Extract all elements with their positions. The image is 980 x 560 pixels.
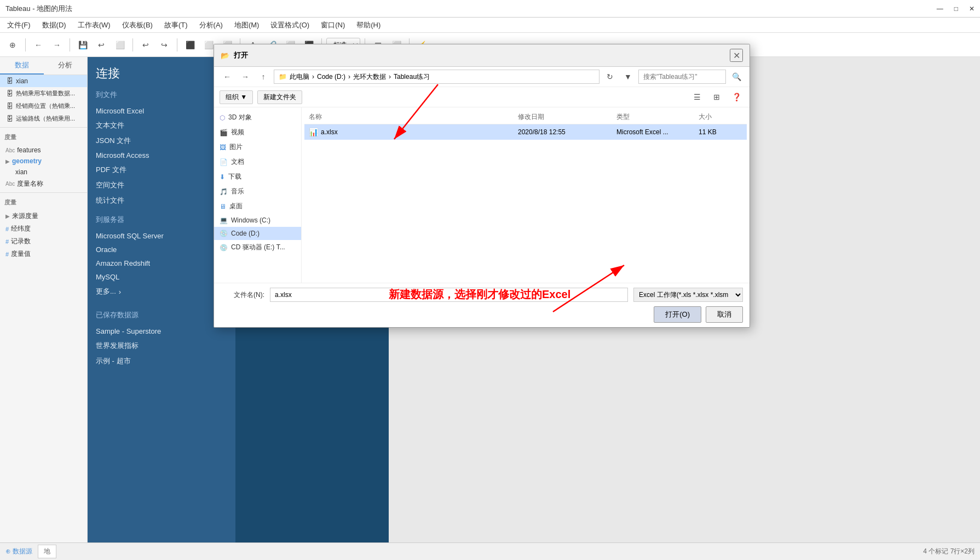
dialog-path-bar[interactable]: 📁 此电脑 › Code (D:) › 光环大数据 › Tableau练习 <box>274 70 599 84</box>
dialog-organize-btn[interactable]: 组织 ▼ <box>220 90 253 104</box>
saved-world[interactable]: 世界发展指标 <box>96 338 227 353</box>
menu-map[interactable]: 地图(M) <box>230 19 264 32</box>
toolbar-redo-btn[interactable]: ↪ <box>156 37 172 53</box>
file-row-axlsx[interactable]: 📊 a.xlsx 2020/8/18 12:55 Microsoft Excel… <box>304 124 747 140</box>
dialog-help-btn[interactable]: ❓ <box>729 90 744 104</box>
toolbar-btn3[interactable]: ⬜ <box>112 37 128 53</box>
dim-measure-name[interactable]: Abc 度量名称 <box>0 178 87 190</box>
sidebar-images[interactable]: 🖼 图片 <box>214 140 301 155</box>
menu-analysis[interactable]: 分析(A) <box>195 19 227 32</box>
menu-story[interactable]: 故事(T) <box>160 19 192 32</box>
dialog-icon: 📂 <box>221 52 229 60</box>
saved-superstore[interactable]: Sample - Superstore <box>96 324 227 338</box>
connect-more[interactable]: 更多... › <box>96 284 227 299</box>
connect-redshift[interactable]: Amazon Redshift <box>96 256 227 270</box>
datasource-item-3[interactable]: 🗄 运输路线（热销乘用... <box>0 112 87 125</box>
menu-file[interactable]: 文件(F) <box>3 19 35 32</box>
sidebar-downloads[interactable]: ⬇ 下载 <box>214 169 301 184</box>
dialog-cancel-btn[interactable]: 取消 <box>706 306 743 323</box>
toolbar-refresh-btn[interactable]: ↩ <box>93 37 109 53</box>
expand-icon-geometry: ▶ <box>5 158 10 164</box>
menu-worksheet[interactable]: 工作表(W) <box>73 19 115 32</box>
dialog-titlebar: 📂 打开 ✕ <box>214 44 750 67</box>
maximize-btn[interactable]: □ <box>954 5 958 13</box>
menu-dashboard[interactable]: 仪表板(B) <box>118 19 157 32</box>
dialog-up-btn[interactable]: ↑ <box>256 70 271 84</box>
dim-features[interactable]: Abc features <box>0 145 87 156</box>
measure-source[interactable]: ▶ 来源度量 <box>0 210 87 222</box>
add-datasource-btn[interactable]: ⊕ 数据源 <box>5 547 32 556</box>
dialog-view-list-btn[interactable]: ☰ <box>689 90 705 104</box>
dialog-footer: 文件名(N): Excel 工作簿(*.xls *.xlsx *.xlsm 打开… <box>214 283 750 327</box>
connect-json[interactable]: JSON 文件 <box>96 133 227 148</box>
filename-label: 文件名(N): <box>221 290 264 300</box>
saved-supermarket[interactable]: 示例 - 超市 <box>96 353 227 369</box>
dialog-newfolder-btn[interactable]: 新建文件夹 <box>257 90 302 104</box>
toolbar-btn5[interactable]: ⬛ <box>182 37 198 53</box>
filename-row: 文件名(N): Excel 工作簿(*.xls *.xlsx *.xlsm <box>221 288 743 302</box>
close-btn[interactable]: ✕ <box>969 5 975 13</box>
sidebar-documents[interactable]: 📄 文档 <box>214 155 301 169</box>
toolbar-new-btn[interactable]: ⊕ <box>4 37 21 53</box>
filename-input[interactable] <box>270 288 628 302</box>
window-controls[interactable]: — □ ✕ <box>937 5 975 13</box>
connect-text[interactable]: 文本文件 <box>96 118 227 133</box>
path-part-2: Code (D:) <box>317 73 345 81</box>
dialog-forward-btn[interactable]: → <box>238 70 253 84</box>
toolbar-forward-btn[interactable]: → <box>49 37 65 53</box>
tab-analysis[interactable]: 分析 <box>44 57 88 75</box>
divider-2 <box>0 192 87 193</box>
toolbar-undo-btn[interactable]: ↩ <box>137 37 154 53</box>
expand-icon-source: ▶ <box>5 213 10 219</box>
sidebar-cd-drive[interactable]: 💿 CD 驱动器 (E:) T... <box>214 240 301 255</box>
connect-excel[interactable]: Microsoft Excel <box>96 104 227 118</box>
dialog-search-btn[interactable]: 🔍 <box>729 70 744 84</box>
dialog-nav-toolbar: ← → ↑ 📁 此电脑 › Code (D:) › 光环大数据 › Tablea… <box>214 67 750 87</box>
toolbar-back-btn[interactable]: ← <box>30 37 47 53</box>
connect-stats[interactable]: 统计文件 <box>96 193 227 208</box>
hash-icon-lonlat: # <box>5 226 9 232</box>
dialog-dropdown-btn[interactable]: ▼ <box>620 70 636 84</box>
menu-format[interactable]: 设置格式(O) <box>266 19 314 32</box>
connect-mysql[interactable]: MySQL <box>96 270 227 284</box>
menu-data[interactable]: 数据(D) <box>38 19 71 32</box>
dialog-close-btn[interactable]: ✕ <box>730 49 743 62</box>
col-date: 修改日期 <box>518 112 616 122</box>
filetype-select[interactable]: Excel 工作簿(*.xls *.xlsx *.xlsm <box>633 288 743 302</box>
tab-data[interactable]: 数据 <box>0 57 44 75</box>
measures-header: 度量 <box>0 195 87 210</box>
toolbar-save-btn[interactable]: 💾 <box>74 37 91 53</box>
dialog-refresh-btn[interactable]: ↻ <box>602 70 618 84</box>
connect-mssql[interactable]: Microsoft SQL Server <box>96 229 227 243</box>
sidebar-desktop[interactable]: 🖥 桌面 <box>214 199 301 214</box>
datasource-item-2[interactable]: 🗄 经销商位置（热销乘... <box>0 100 87 112</box>
minimize-btn[interactable]: — <box>937 5 943 13</box>
dialog-search-input[interactable] <box>638 70 726 84</box>
db-icon-4: 🗄 <box>7 115 13 123</box>
menu-help[interactable]: 帮助(H) <box>352 19 385 32</box>
image-icon: 🖼 <box>220 144 226 151</box>
datasource-item-1[interactable]: 🗄 热销乘用车销量数据... <box>0 87 87 100</box>
dialog-body: ⬡ 3D 对象 🎬 视频 🖼 图片 📄 文档 ⬇ 下载 🎵 音乐 <box>214 107 750 283</box>
sidebar-code-d[interactable]: 💿 Code (D:) <box>214 227 301 240</box>
connect-pdf[interactable]: PDF 文件 <box>96 162 227 178</box>
sidebar-3d-objects[interactable]: ⬡ 3D 对象 <box>214 110 301 125</box>
measure-value[interactable]: # 度量值 <box>0 248 87 260</box>
dialog-back-btn[interactable]: ← <box>220 70 235 84</box>
dialog-view-icon-btn[interactable]: ⊞ <box>709 90 724 104</box>
chevron-right-icon: › <box>119 288 121 296</box>
dim-geometry[interactable]: ▶ geometry <box>0 156 87 167</box>
connect-access[interactable]: Microsoft Access <box>96 148 227 162</box>
sheet-tab[interactable]: 地 <box>38 545 56 558</box>
dialog-open-btn[interactable]: 打开(O) <box>654 306 701 323</box>
sidebar-music[interactable]: 🎵 音乐 <box>214 184 301 199</box>
datasource-xian[interactable]: 🗄 xian <box>0 75 87 87</box>
connect-oracle[interactable]: Oracle <box>96 243 227 256</box>
measure-records[interactable]: # 记录数 <box>0 235 87 248</box>
menu-window[interactable]: 窗口(N) <box>316 19 349 32</box>
sidebar-windows-c[interactable]: 💻 Windows (C:) <box>214 214 301 227</box>
measure-lonlat[interactable]: # 经纬度 <box>0 222 87 235</box>
dim-xian[interactable]: xian <box>0 167 87 178</box>
connect-spatial[interactable]: 空间文件 <box>96 178 227 193</box>
sidebar-video[interactable]: 🎬 视频 <box>214 125 301 140</box>
